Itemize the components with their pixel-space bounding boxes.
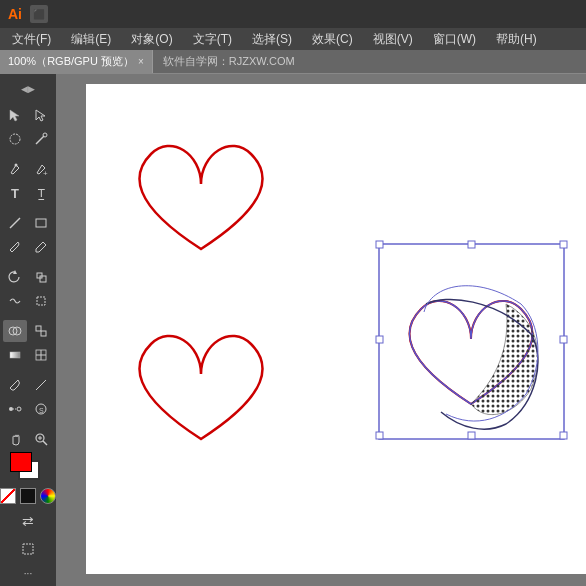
- scale-tool[interactable]: [29, 266, 53, 288]
- svg-rect-33: [468, 241, 475, 248]
- svg-rect-38: [376, 432, 383, 439]
- swap-colors-button[interactable]: ⇄: [16, 510, 40, 532]
- canvas-area[interactable]: [56, 74, 586, 586]
- menu-select[interactable]: 选择(S): [248, 31, 296, 48]
- black-swatch[interactable]: [20, 488, 36, 504]
- toolbar-collapse[interactable]: ◀▶: [16, 78, 40, 100]
- menu-type[interactable]: 文字(T): [189, 31, 236, 48]
- watermark-text: 软件自学网：RJZXW.COM: [153, 54, 586, 69]
- artboard-tool[interactable]: [16, 538, 40, 560]
- svg-point-3: [15, 164, 18, 167]
- menu-object[interactable]: 对象(O): [127, 31, 176, 48]
- eyedropper-tool[interactable]: [3, 374, 27, 396]
- hand-tool[interactable]: [3, 428, 27, 450]
- svg-text:S: S: [39, 407, 44, 414]
- color-swatches: ⇄: [0, 452, 56, 536]
- svg-point-21: [9, 407, 13, 411]
- measure-tool[interactable]: [29, 374, 53, 396]
- stroke-fill-swatches[interactable]: [10, 452, 46, 484]
- menu-bar: 文件(F) 编辑(E) 对象(O) 文字(T) 选择(S) 效果(C) 视图(V…: [0, 28, 586, 50]
- tab-bar: 100%（RGB/GPU 预览） × 软件自学网：RJZXW.COM: [0, 50, 586, 74]
- svg-rect-14: [41, 331, 46, 336]
- svg-point-0: [10, 134, 20, 144]
- tab-close-button[interactable]: ×: [138, 56, 144, 67]
- svg-rect-13: [36, 326, 41, 331]
- color-mode-swatch[interactable]: [40, 488, 56, 504]
- canvas-surface: [86, 84, 586, 574]
- lasso-tool[interactable]: [3, 128, 27, 150]
- more-tools-button[interactable]: ···: [16, 562, 40, 584]
- warp-tool[interactable]: [3, 290, 27, 312]
- title-bar: Ai ⬛: [0, 0, 586, 28]
- svg-rect-30: [23, 544, 33, 554]
- zoom-tool[interactable]: [29, 428, 53, 450]
- main-area: ◀▶ +: [0, 74, 586, 586]
- direct-select-tool[interactable]: [29, 104, 53, 126]
- vertical-type-tool[interactable]: T̲: [29, 182, 53, 204]
- svg-rect-35: [560, 336, 567, 343]
- blend-tool[interactable]: [3, 398, 27, 420]
- svg-line-27: [43, 441, 47, 445]
- svg-text:+: +: [43, 169, 48, 176]
- svg-rect-10: [37, 297, 45, 305]
- no-fill-swatch[interactable]: [0, 488, 16, 504]
- svg-rect-36: [560, 432, 567, 439]
- menu-file[interactable]: 文件(F): [8, 31, 55, 48]
- rect-tool[interactable]: [29, 212, 53, 234]
- shape-builder-tool[interactable]: [29, 320, 53, 342]
- pathfinder-tool[interactable]: [3, 320, 27, 342]
- svg-line-1: [36, 136, 44, 144]
- svg-line-5: [10, 218, 20, 228]
- svg-point-2: [43, 133, 47, 137]
- rotate-tool[interactable]: [3, 266, 27, 288]
- type-tool[interactable]: T: [3, 182, 27, 204]
- menu-effect[interactable]: 效果(C): [308, 31, 357, 48]
- symbol-tool[interactable]: S: [29, 398, 53, 420]
- app-icon: ⬛: [30, 5, 48, 23]
- svg-rect-9: [40, 276, 46, 282]
- svg-rect-39: [376, 336, 383, 343]
- svg-rect-6: [36, 219, 46, 227]
- menu-window[interactable]: 窗口(W): [429, 31, 480, 48]
- paintbrush-tool[interactable]: [3, 236, 27, 258]
- app-logo: Ai: [8, 6, 22, 22]
- left-toolbar: ◀▶ +: [0, 74, 56, 586]
- fill-swatch[interactable]: [10, 452, 32, 472]
- free-transform-tool[interactable]: [29, 290, 53, 312]
- none-color-row: [0, 488, 56, 504]
- menu-edit[interactable]: 编辑(E): [67, 31, 115, 48]
- svg-rect-37: [468, 432, 475, 439]
- artwork-svg: [86, 84, 586, 574]
- pen-tool[interactable]: [3, 158, 27, 180]
- menu-view[interactable]: 视图(V): [369, 31, 417, 48]
- svg-rect-15: [10, 352, 20, 358]
- document-tab[interactable]: 100%（RGB/GPU 预览） ×: [0, 50, 153, 73]
- select-tool[interactable]: [3, 104, 27, 126]
- svg-rect-34: [560, 241, 567, 248]
- menu-help[interactable]: 帮助(H): [492, 31, 541, 48]
- mesh-tool[interactable]: [29, 344, 53, 366]
- svg-point-22: [17, 407, 21, 411]
- svg-line-20: [36, 387, 39, 390]
- pencil-tool[interactable]: [29, 236, 53, 258]
- magic-wand-tool[interactable]: [29, 128, 53, 150]
- line-tool[interactable]: [3, 212, 27, 234]
- tab-label: 100%（RGB/GPU 预览）: [8, 54, 134, 69]
- add-anchor-tool[interactable]: +: [29, 158, 53, 180]
- gradient-tool[interactable]: [3, 344, 27, 366]
- svg-rect-32: [376, 241, 383, 248]
